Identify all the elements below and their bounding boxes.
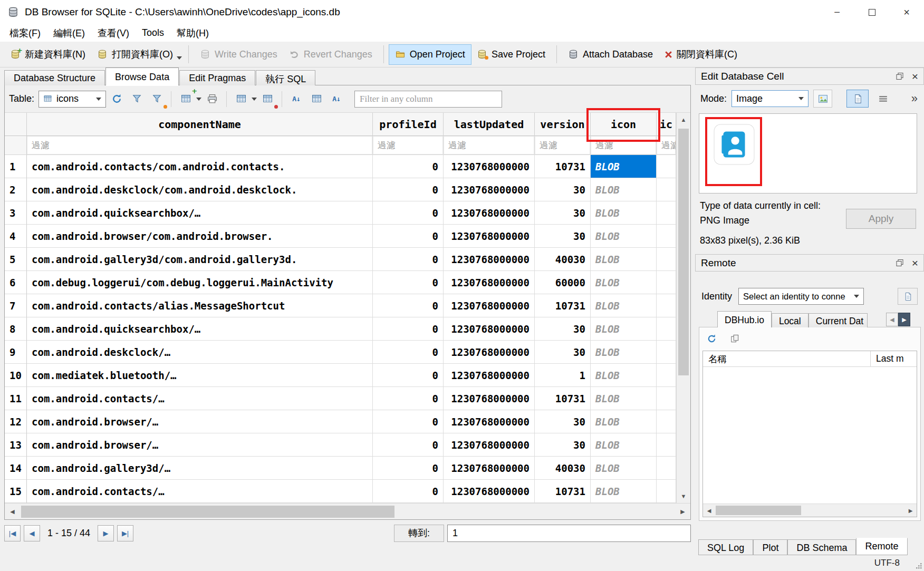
write-changes-button[interactable]: Write Changes <box>194 45 283 64</box>
cell-lastupdated[interactable]: 1230768000000 <box>444 480 535 503</box>
cell-icon-blob[interactable]: BLOB <box>591 457 657 480</box>
cell-version[interactable]: 10731 <box>535 294 591 317</box>
tab-edit-pragmas[interactable]: Edit Pragmas <box>179 70 255 85</box>
cell-version[interactable]: 30 <box>535 317 591 341</box>
row-number[interactable]: 6 <box>5 271 27 294</box>
menu-tools[interactable]: Tools <box>136 25 170 41</box>
scroll-right-arrow[interactable]: ▶ <box>675 504 690 519</box>
scroll-left-arrow[interactable]: ◀ <box>5 504 20 519</box>
next-page-button[interactable]: ▶ <box>98 525 114 541</box>
cell-version[interactable]: 40030 <box>535 248 591 271</box>
cell-profileid[interactable]: 0 <box>373 410 444 433</box>
cell-lastupdated[interactable]: 1230768000000 <box>444 341 535 364</box>
cell-version[interactable]: 30 <box>535 341 591 364</box>
row-number[interactable]: 2 <box>5 178 27 201</box>
row-number[interactable]: 13 <box>5 433 27 457</box>
cell-partial[interactable] <box>657 225 676 248</box>
cell-partial[interactable] <box>657 364 676 387</box>
menu-help[interactable]: 幫助(H) <box>170 25 215 42</box>
filter-input-icon[interactable]: 過濾 <box>591 136 657 155</box>
cell-componentname[interactable]: com.android.browser/… <box>27 433 373 457</box>
cell-partial[interactable] <box>657 341 676 364</box>
resize-grip[interactable] <box>915 562 922 569</box>
cell-icon-blob[interactable]: BLOB <box>591 317 657 341</box>
vertical-scroll-thumb[interactable] <box>678 129 689 375</box>
column-header-lastupdated[interactable]: lastUpdated <box>444 113 535 136</box>
maximize-button[interactable] <box>854 0 889 24</box>
filter-input-profileid[interactable]: 過濾 <box>373 136 444 155</box>
apply-button[interactable]: Apply <box>846 209 916 229</box>
cell-lastupdated[interactable]: 1230768000000 <box>444 271 535 294</box>
identity-selector[interactable]: Select an identity to conne <box>738 288 864 305</box>
cell-componentname[interactable]: com.android.gallery3d/com.android.galler… <box>27 248 373 271</box>
row-number[interactable]: 4 <box>5 225 27 248</box>
cell-lastupdated[interactable]: 1230768000000 <box>444 433 535 457</box>
row-number[interactable]: 14 <box>5 457 27 480</box>
overflow-chevrons-icon[interactable]: » <box>911 92 918 105</box>
cell-partial[interactable] <box>657 410 676 433</box>
cell-profileid[interactable]: 0 <box>373 201 444 225</box>
cell-profileid[interactable]: 0 <box>373 248 444 271</box>
tab-scroll-left-arrow[interactable]: ◀ <box>886 313 898 326</box>
column-header-name[interactable]: 名稱 <box>703 351 870 366</box>
tab-execute-sql[interactable]: 執行 SQL <box>256 70 315 85</box>
cell-icon-blob[interactable]: BLOB <box>591 178 657 201</box>
float-panel-icon[interactable] <box>896 259 903 266</box>
cell-profileid[interactable]: 0 <box>373 341 444 364</box>
dock-tab-remote[interactable]: Remote <box>856 538 907 555</box>
cell-lastupdated[interactable]: 1230768000000 <box>444 317 535 341</box>
cell-partial[interactable] <box>657 294 676 317</box>
cell-version[interactable]: 10731 <box>535 480 591 503</box>
remote-tab-local[interactable]: Local <box>772 313 808 327</box>
cell-profileid[interactable]: 0 <box>373 387 444 410</box>
filter-input-lastupdated[interactable]: 過濾 <box>444 136 535 155</box>
scroll-left-arrow[interactable]: ◀ <box>703 504 715 517</box>
cell-componentname[interactable]: com.android.browser/com.android.browser. <box>27 225 373 248</box>
cell-version[interactable]: 30 <box>535 201 591 225</box>
import-certificate-button[interactable] <box>898 288 918 305</box>
cell-lastupdated[interactable]: 1230768000000 <box>444 294 535 317</box>
table-options-dropdown[interactable] <box>252 98 257 101</box>
cell-lastupdated[interactable]: 1230768000000 <box>444 364 535 387</box>
horizontal-scroll-thumb[interactable] <box>21 506 394 518</box>
cell-partial[interactable] <box>657 387 676 410</box>
cell-version[interactable]: 10731 <box>535 155 591 178</box>
cell-componentname[interactable]: com.android.quicksearchbox/… <box>27 317 373 341</box>
sort-descending-button[interactable]: A↓ <box>327 90 346 109</box>
vertical-scroll-track[interactable] <box>677 127 690 489</box>
cell-version[interactable]: 30 <box>535 178 591 201</box>
cell-lastupdated[interactable]: 1230768000000 <box>444 457 535 480</box>
cell-componentname[interactable]: com.android.contacts/com.android.contact… <box>27 155 373 178</box>
dock-tab-plot[interactable]: Plot <box>753 539 787 555</box>
dock-tab-sql-log[interactable]: SQL Log <box>698 539 753 555</box>
cell-profileid[interactable]: 0 <box>373 480 444 503</box>
row-number[interactable]: 3 <box>5 201 27 225</box>
previous-page-button[interactable]: ◀ <box>24 525 40 541</box>
remote-scroll-track[interactable] <box>715 504 904 517</box>
clear-filters-button[interactable] <box>127 90 146 109</box>
cell-icon-blob[interactable]: BLOB <box>591 364 657 387</box>
clone-database-button[interactable] <box>727 331 743 346</box>
attach-database-button[interactable]: Attach Database <box>562 45 659 64</box>
cell-componentname[interactable]: com.android.deskclock/… <box>27 341 373 364</box>
remote-tab-dbhub[interactable]: DBHub.io <box>717 311 772 327</box>
tab-scroll-right-arrow[interactable]: ▶ <box>898 313 910 326</box>
scroll-up-arrow[interactable]: ▲ <box>677 113 690 127</box>
close-button[interactable]: × <box>889 0 924 24</box>
filter-any-column-input[interactable] <box>354 91 502 108</box>
cell-partial[interactable] <box>657 155 676 178</box>
revert-changes-button[interactable]: Revert Changes <box>283 45 378 64</box>
row-number[interactable]: 5 <box>5 248 27 271</box>
cell-version[interactable]: 60000 <box>535 271 591 294</box>
new-database-button[interactable]: + 新建資料庫(N) <box>4 44 91 65</box>
cell-partial[interactable] <box>657 201 676 225</box>
filter-input-version[interactable]: 過濾 <box>535 136 591 155</box>
open-database-button[interactable]: 打開資料庫(O) <box>91 44 179 65</box>
cell-profileid[interactable]: 0 <box>373 433 444 457</box>
cell-version[interactable]: 1 <box>535 364 591 387</box>
text-view-button[interactable] <box>846 90 869 108</box>
encoding-indicator[interactable]: UTF-8 <box>874 558 900 568</box>
horizontal-scroll-track[interactable] <box>20 504 675 519</box>
menu-file[interactable]: 檔案(F) <box>3 25 47 42</box>
cell-componentname[interactable]: com.android.gallery3d/… <box>27 457 373 480</box>
